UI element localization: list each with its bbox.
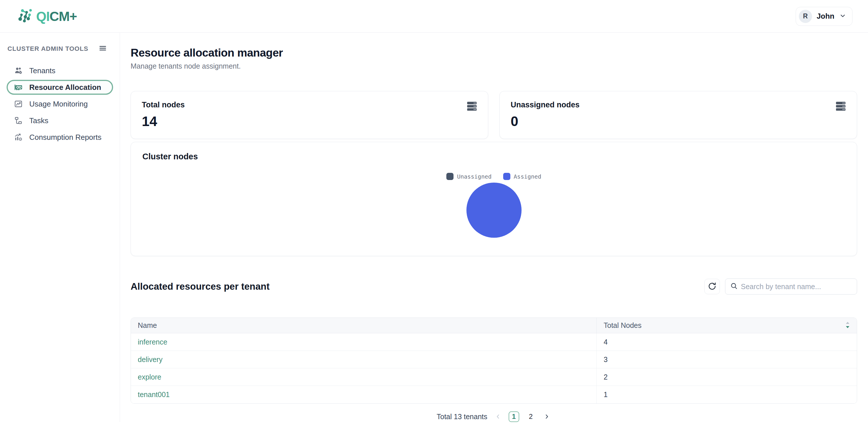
tree-icon (14, 116, 23, 125)
pie-slice-assigned (466, 183, 522, 238)
sidebar-section-title: CLUSTER ADMIN TOOLS (7, 45, 88, 53)
tenant-link[interactable]: tenant001 (138, 390, 169, 399)
table-row: explore 2 (131, 368, 857, 386)
total-nodes-value: 2 (603, 373, 608, 381)
page-subtitle: Manage tenants node assignment. (131, 62, 857, 70)
stats-row: Total nodes 14 Unassign (131, 91, 857, 139)
refresh-icon (708, 282, 716, 291)
chevron-down-icon (839, 12, 846, 21)
stat-label: Total nodes (142, 100, 477, 109)
table-section-title: Allocated resources per tenant (131, 281, 704, 292)
legend-item-assigned[interactable]: Assigned (503, 173, 541, 180)
page-title: Resource allocation manager (131, 47, 857, 59)
tenants-table: Name Total Nodes inference (131, 318, 857, 404)
legend-label: Assigned (514, 173, 541, 180)
pie-chart (143, 182, 845, 238)
app-root: QICM+ R John CLUSTER ADMIN TOOLS (0, 0, 868, 423)
legend-swatch-unassigned (446, 173, 454, 180)
brand-logo-text-dark: CM+ (50, 9, 77, 24)
tenant-link[interactable]: explore (138, 373, 161, 381)
sidebar-header: CLUSTER ADMIN TOOLS (0, 43, 120, 55)
legend-label: Unassigned (457, 173, 491, 180)
tenant-link[interactable]: delivery (138, 355, 162, 364)
sidebar-item-label: Resource Allocation (29, 83, 101, 92)
chart-title: Cluster nodes (143, 152, 845, 161)
sidebar-item-consumption-reports[interactable]: Consumption Reports (7, 130, 113, 145)
brand-logo-text-light: QI (36, 9, 50, 24)
report-chart-icon (14, 132, 23, 142)
table-row: inference 4 (131, 333, 857, 351)
table-row: delivery 3 (131, 351, 857, 368)
table-row: tenant001 1 (131, 386, 857, 404)
user-menu[interactable]: R John (796, 7, 852, 26)
line-chart-icon (14, 99, 23, 109)
stat-card-unassigned-nodes: Unassigned nodes 0 (499, 91, 857, 139)
users-gear-icon (14, 66, 23, 75)
server-stack-icon (834, 100, 847, 114)
legend-item-unassigned[interactable]: Unassigned (446, 173, 491, 180)
brand-logo: QICM+ (17, 8, 77, 25)
column-header-name: Name (131, 318, 597, 333)
search-box (725, 278, 857, 295)
top-header: QICM+ R John (0, 0, 868, 33)
sidebar-item-label: Tasks (29, 116, 48, 125)
stat-value: 14 (142, 113, 477, 129)
sidebar-item-label: Usage Monitoring (29, 100, 88, 109)
tenant-link[interactable]: inference (138, 338, 167, 346)
pagination: Total 13 tenants 1 2 (131, 410, 857, 423)
user-name: John (817, 12, 834, 21)
sidebar-item-label: Consumption Reports (29, 133, 101, 142)
pagination-total: Total 13 tenants (437, 413, 487, 421)
sidebar-item-tasks[interactable]: Tasks (7, 113, 113, 128)
brand-logo-text: QICM+ (36, 9, 77, 24)
refresh-button[interactable] (704, 279, 720, 294)
chevron-left-icon[interactable] (494, 412, 502, 421)
chevron-right-icon[interactable] (542, 412, 551, 421)
total-nodes-value: 3 (603, 355, 608, 364)
sidebar-item-resource-allocation[interactable]: Resource Allocation (7, 80, 113, 95)
total-nodes-value: 4 (603, 338, 608, 346)
sidebar-item-usage-monitoring[interactable]: Usage Monitoring (7, 96, 113, 111)
main-content: Resource allocation manager Manage tenan… (120, 33, 868, 423)
page-button-2[interactable]: 2 (526, 411, 536, 422)
stat-card-total-nodes: Total nodes 14 (131, 91, 488, 139)
gpu-card-icon (14, 83, 23, 92)
body-layout: CLUSTER ADMIN TOOLS (0, 33, 868, 423)
server-stack-icon (466, 100, 478, 114)
stat-value: 0 (510, 113, 846, 129)
column-header-total-nodes[interactable]: Total Nodes (597, 318, 857, 333)
sidebar-item-label: Tenants (29, 66, 55, 75)
molecule-network-icon (17, 8, 32, 25)
table-header-row: Name Total Nodes (131, 318, 857, 333)
table-section-header: Allocated resources per tenant (131, 278, 857, 295)
search-input[interactable] (741, 283, 852, 291)
sidebar: CLUSTER ADMIN TOOLS (0, 33, 120, 422)
sort-icon[interactable] (845, 321, 850, 330)
legend-swatch-assigned (503, 173, 510, 180)
avatar: R (799, 10, 812, 23)
page-button-1[interactable]: 1 (508, 411, 519, 422)
sidebar-nav: Tenants Resource Allocation (0, 63, 120, 145)
search-icon (730, 282, 738, 291)
sidebar-item-tenants[interactable]: Tenants (7, 63, 113, 78)
cluster-nodes-card: Cluster nodes Unassigned Assigned (131, 142, 857, 256)
chart-legend: Unassigned Assigned (143, 173, 845, 180)
total-nodes-value: 1 (603, 390, 608, 399)
hamburger-icon[interactable] (98, 44, 107, 54)
stat-label: Unassigned nodes (510, 100, 846, 109)
